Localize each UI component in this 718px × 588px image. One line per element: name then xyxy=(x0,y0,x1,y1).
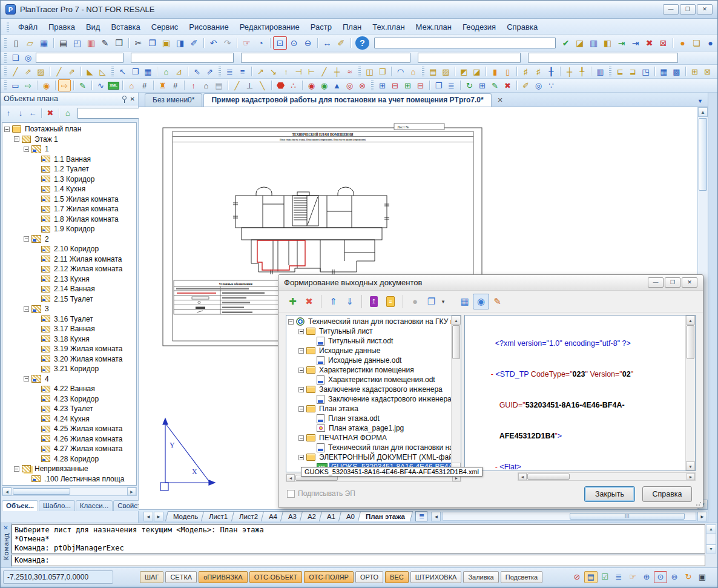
pick-new-icon[interactable]: ⇗ xyxy=(203,65,216,78)
hatch-1-icon[interactable]: ▤ xyxy=(427,65,440,78)
redo-icon[interactable]: ↷ xyxy=(220,36,234,50)
tree-item[interactable]: 4.23 Коридор xyxy=(2,394,136,405)
document-tree-item[interactable]: План этажа xyxy=(286,404,461,414)
pin-icon[interactable] xyxy=(122,96,127,100)
expander-icon[interactable] xyxy=(298,406,304,412)
raster-film-icon[interactable]: ▥ xyxy=(587,36,601,50)
scroll-thumb[interactable] xyxy=(527,474,570,480)
line-tool-icon[interactable]: ╱ xyxy=(231,79,243,91)
paste-special-icon[interactable]: ◨ xyxy=(173,36,187,50)
tree-item[interactable]: 3.16 Туалет xyxy=(2,314,136,325)
tree-item[interactable]: 3.21 Коридор xyxy=(2,364,136,374)
undo-icon[interactable]: ↶ xyxy=(206,36,220,50)
pole-tool-icon[interactable]: ╲ xyxy=(256,79,269,91)
copy-structure-icon[interactable]: ❐ xyxy=(432,79,445,91)
measure-2-icon[interactable]: ↘ xyxy=(267,65,280,78)
building-2-icon[interactable]: ▯ xyxy=(501,65,514,78)
expander-icon[interactable] xyxy=(24,236,29,242)
expander-icon[interactable] xyxy=(298,387,304,392)
measure-5-icon[interactable]: ⊢ xyxy=(305,65,318,78)
stamp-disabled-icon[interactable]: ● xyxy=(407,294,423,309)
panel-tab-objects[interactable]: Объек... xyxy=(2,500,38,511)
document-tree-item[interactable]: ЭЛЕКТРОННЫЙ ДОКУМЕНТ (XML-файл) xyxy=(286,452,461,462)
sign-ep-checkbox[interactable] xyxy=(287,490,295,498)
curve-tool-icon[interactable]: ◠ xyxy=(394,65,407,78)
zone-remove-icon[interactable]: ⊟ xyxy=(389,79,401,91)
tree-item[interactable]: Поэтажный план xyxy=(2,124,136,134)
tree-item[interactable]: 3.17 Ванная xyxy=(2,324,136,334)
expander-icon[interactable] xyxy=(24,376,29,382)
pick-add-icon[interactable]: ⇖ xyxy=(191,65,203,78)
tree-item[interactable]: Непривязанные xyxy=(2,464,136,474)
xml-hscrollbar[interactable]: ◄ ► xyxy=(518,472,696,481)
structure-list-icon[interactable]: ≣ xyxy=(223,65,236,78)
format-painter-icon[interactable]: ✐ xyxy=(187,36,201,50)
menu-item[interactable]: Редактирование xyxy=(234,20,305,34)
pan-icon[interactable]: ☞ xyxy=(240,36,254,50)
structure-icon[interactable]: ≣ xyxy=(612,571,625,583)
scroll-thumb[interactable]: ⫴⫴ xyxy=(570,513,685,520)
scroll-thumb[interactable] xyxy=(687,325,694,359)
document-tree-item[interactable]: Исходные данные.odt xyxy=(286,355,461,365)
stamp-print-icon[interactable]: ❒ xyxy=(376,65,389,78)
document-tree-item[interactable]: Титульный лист xyxy=(286,326,461,336)
dialog-close-button[interactable]: ✕ xyxy=(682,277,697,288)
object-grid-icon[interactable]: ▦ xyxy=(142,65,154,78)
expander-icon[interactable] xyxy=(298,435,304,441)
toggle-ortho[interactable]: ОРТО xyxy=(355,571,383,583)
linetype-combo[interactable] xyxy=(241,53,410,63)
tree-item[interactable]: 3.19 Жилая комната xyxy=(2,344,136,354)
tree-item[interactable]: 4.28 Коридор xyxy=(2,454,136,464)
toggle-fill[interactable]: Заливка xyxy=(463,571,498,583)
draw-wall-icon[interactable]: ▨ xyxy=(35,65,47,78)
panel-hscrollbar[interactable]: ◄ ► xyxy=(2,487,137,496)
document-tree-item[interactable]: Технический план для постановки на xyxy=(286,443,461,452)
room-stamp-1-icon[interactable]: ⊑ xyxy=(614,65,627,78)
tree-item[interactable]: 2.12 Жилая комната xyxy=(2,264,136,274)
command-input[interactable]: Команда: xyxy=(12,555,705,566)
plot-stamp-icon[interactable]: ✎ xyxy=(98,36,112,50)
sheet-nav-left-icon[interactable]: ◄ xyxy=(143,512,153,521)
sheet-scroll-right-icon[interactable]: ► xyxy=(697,512,707,521)
measure-1-icon[interactable]: ↗ xyxy=(254,65,267,78)
expander-icon[interactable] xyxy=(298,368,304,373)
document-tree-item[interactable]: Характеристики помещения.odt xyxy=(286,375,461,385)
command-vscrollbar[interactable]: ▲ ▼ xyxy=(706,524,716,553)
expander-icon[interactable] xyxy=(298,455,304,460)
scroll-up-icon[interactable]: ▲ xyxy=(698,107,708,117)
house-plan-icon[interactable]: ⌂ xyxy=(200,79,212,91)
command-close-icon[interactable]: ✕ xyxy=(3,524,8,531)
tree-item[interactable]: 4.24 Кухня xyxy=(2,414,136,424)
flat-stamp-1-icon[interactable]: ⊞ xyxy=(688,65,701,78)
zoom-window-icon[interactable]: ⊙ xyxy=(654,571,667,583)
sheet-layout-icon[interactable]: ≣ xyxy=(415,511,427,521)
add-document-icon[interactable]: ✚ xyxy=(285,294,301,309)
publish-icon[interactable]: ❒ xyxy=(112,36,126,50)
shapes-zone-icon[interactable]: ∴ xyxy=(287,79,300,91)
scroll-left-icon[interactable]: ◄ xyxy=(2,487,12,495)
paste-icon[interactable]: ▣ xyxy=(159,36,173,50)
tree-item[interactable]: 4.25 Жилая комната xyxy=(2,424,136,434)
menu-item[interactable]: Рисование xyxy=(183,20,234,34)
measure-7-icon[interactable]: ┼ xyxy=(331,65,343,78)
selection-toggle-icon[interactable]: ⊘ xyxy=(570,571,584,583)
scroll-up-icon[interactable]: ▲ xyxy=(686,315,695,325)
zoom-out-icon[interactable]: ⊖ xyxy=(301,36,315,50)
tree-item[interactable]: 4.27 Жилая комната xyxy=(2,444,136,454)
sketch-icon[interactable]: ✐ xyxy=(334,36,348,50)
garage-tool-icon[interactable]: ⌂ xyxy=(407,65,420,78)
structure-tree-2-icon[interactable]: ≣ xyxy=(445,79,458,91)
tree-vscrollbar[interactable]: ▲ ▼ xyxy=(451,315,461,472)
panel-tab-templates[interactable]: Шабло... xyxy=(39,500,75,511)
preview-eye-icon[interactable]: ◉ xyxy=(473,294,489,309)
doc-tab-example[interactable]: Пример кадастровой работы для постановки… xyxy=(203,93,491,107)
point-red-icon[interactable]: ◉ xyxy=(305,79,318,91)
document-close-icon[interactable]: ✕ xyxy=(493,96,508,107)
edit-pencil-icon[interactable]: ✎ xyxy=(489,294,506,309)
maximize-button[interactable]: ❐ xyxy=(680,4,696,15)
fence-1-icon[interactable]: ♯ xyxy=(519,65,532,78)
expander-icon[interactable] xyxy=(298,348,304,354)
expander-icon[interactable] xyxy=(298,329,304,334)
wall-line-icon[interactable]: ╱ xyxy=(53,65,65,78)
copy-icon[interactable]: ❐ xyxy=(145,36,159,50)
